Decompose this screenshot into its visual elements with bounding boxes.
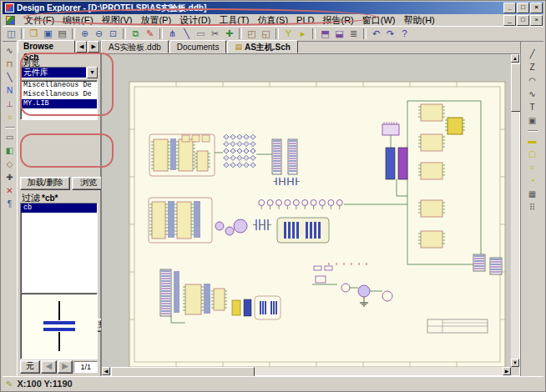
- cut-icon[interactable]: ✂: [208, 28, 222, 40]
- draw-round-rect-icon[interactable]: ▢: [526, 148, 539, 160]
- list-icon[interactable]: ≣: [346, 28, 361, 40]
- notebook-icon[interactable]: ⬓: [332, 28, 346, 40]
- menu-item[interactable]: 文件(F): [20, 14, 58, 26]
- power-port-icon[interactable]: ⟂: [3, 98, 17, 110]
- menu-item[interactable]: 仿真(S): [253, 14, 292, 26]
- mdi-minimize-button[interactable]: _: [503, 15, 516, 26]
- title-bar[interactable]: Design Explorer - [D:\PROTELSP\AS实验板.ddb…: [3, 2, 543, 14]
- line-tool-icon[interactable]: ╲: [179, 28, 194, 40]
- menu-item[interactable]: 放置(P): [136, 14, 175, 26]
- draw-graph-icon[interactable]: ▦: [526, 188, 539, 200]
- panel-tab-scroll-left[interactable]: ◀: [76, 41, 88, 53]
- window-restore-button[interactable]: □: [517, 3, 529, 13]
- vertical-scrollbar[interactable]: ▲ ▼: [511, 54, 519, 367]
- select-area-icon[interactable]: ▭: [194, 28, 208, 40]
- list-item[interactable]: Miscellaneous De: [21, 81, 97, 90]
- chevron-down-icon[interactable]: ▼: [87, 67, 98, 78]
- toolbar-separator: [528, 130, 538, 132]
- run-simulation-icon[interactable]: ▸: [296, 28, 310, 40]
- list-item[interactable]: Miscellaneous De: [21, 90, 97, 99]
- zoom-area-icon[interactable]: ⊡: [106, 28, 120, 40]
- wiring-tools-icon[interactable]: ⋔: [165, 28, 179, 40]
- junction-icon[interactable]: ✚: [3, 171, 17, 183]
- mdi-close-button[interactable]: ×: [530, 15, 543, 26]
- library-list[interactable]: Miscellaneous DeMiscellaneous DeMY.LIB: [20, 80, 98, 120]
- move-icon[interactable]: ✚: [222, 28, 236, 40]
- menu-item[interactable]: 窗口(W): [358, 14, 400, 26]
- window-close-button[interactable]: ×: [530, 3, 543, 13]
- port-icon[interactable]: ◇: [3, 158, 17, 170]
- draw-ellipse-icon[interactable]: ○: [526, 161, 539, 173]
- prev-part-button[interactable]: ◀: [41, 360, 57, 374]
- document-tab[interactable]: ▤AS主机.Sch: [227, 40, 298, 53]
- part-mode-button[interactable]: 元: [20, 360, 40, 374]
- explorer-toggle-icon[interactable]: ◫: [4, 28, 18, 40]
- draw-text-icon[interactable]: T: [526, 101, 539, 113]
- menu-item[interactable]: PLD: [292, 14, 318, 26]
- sheet-entry-icon[interactable]: ◧: [3, 144, 17, 157]
- menu-item[interactable]: 帮助(H): [399, 14, 438, 26]
- net-label-icon[interactable]: N: [3, 84, 17, 97]
- redo-icon[interactable]: ↷: [383, 28, 397, 40]
- tab-browse-sch[interactable]: Browse Sch: [18, 40, 75, 53]
- draw-pie-icon[interactable]: ◔: [526, 174, 539, 187]
- scroll-up-icon[interactable]: ▲: [511, 54, 519, 63]
- draw-arc-icon[interactable]: ◠: [526, 74, 539, 87]
- toolbar-separator: [21, 28, 24, 39]
- zoom-in-icon[interactable]: ⊕: [78, 28, 92, 40]
- print-icon[interactable]: ▤: [55, 28, 69, 40]
- save-icon[interactable]: ▣: [41, 28, 55, 40]
- probe-icon[interactable]: Y: [281, 28, 296, 40]
- window-minimize-button[interactable]: _: [503, 3, 516, 13]
- list-item[interactable]: MY.LIB: [21, 99, 97, 108]
- add-remove-library-button[interactable]: 加载/删除: [20, 177, 70, 190]
- browse-components-icon[interactable]: ⧉: [129, 28, 143, 40]
- capacitor-symbol: [23, 297, 95, 355]
- menu-item[interactable]: 设计(D): [175, 14, 215, 26]
- zoom-out-icon[interactable]: ⊖: [92, 28, 106, 40]
- list-item[interactable]: cb: [21, 204, 97, 213]
- book-icon[interactable]: ⬒: [318, 28, 332, 40]
- document-tabs: AS实验板.ddbDocuments▤AS主机.Sch: [101, 41, 520, 54]
- library-icon[interactable]: ◰: [245, 28, 259, 40]
- sheet-symbol-icon[interactable]: ▭: [3, 131, 17, 143]
- part-icon[interactable]: ○: [3, 111, 17, 123]
- library-open-icon[interactable]: ◱: [259, 28, 273, 40]
- menu-item[interactable]: 编辑(E): [58, 14, 98, 26]
- schematic-canvas[interactable]: [102, 54, 518, 372]
- status-bar: ✎ X:100 Y:1190: [3, 376, 543, 390]
- browse-library-button[interactable]: 浏览: [72, 177, 105, 190]
- draw-rectangle-icon[interactable]: ▬: [526, 134, 539, 147]
- panel-tab-scroll-right[interactable]: ▶: [88, 41, 99, 53]
- help-icon[interactable]: ?: [397, 28, 412, 40]
- array-paste-icon[interactable]: ⠿: [526, 201, 539, 214]
- undo-icon[interactable]: ↶: [369, 28, 383, 40]
- wire-tool-icon[interactable]: ∿: [3, 44, 17, 57]
- edit-pencil-icon[interactable]: ✎: [143, 28, 157, 40]
- menu-item[interactable]: 视图(V): [98, 14, 137, 26]
- scroll-left-icon[interactable]: ◀: [102, 367, 110, 375]
- toolbar-separator: [276, 28, 279, 39]
- directive-icon[interactable]: ¶: [3, 198, 17, 210]
- paste-icon[interactable]: ▣: [526, 114, 539, 127]
- bus-tool-icon[interactable]: ⊓: [3, 58, 17, 70]
- document-tab[interactable]: Documents: [169, 40, 227, 53]
- horizontal-scrollbar[interactable]: ◀ ▶: [102, 367, 511, 375]
- draw-polyline-icon[interactable]: Z: [526, 61, 539, 73]
- menu-bar: 文件(F)编辑(E)视图(V)放置(P)设计(D)工具(T)仿真(S)PLD报告…: [3, 14, 543, 26]
- open-document-icon[interactable]: ❒: [27, 28, 41, 40]
- filter-input[interactable]: *cb*: [42, 193, 58, 203]
- document-tab[interactable]: AS实验板.ddb: [101, 40, 169, 53]
- browse-mode-dropdown[interactable]: 元件库 ▼: [20, 67, 98, 78]
- draw-bezier-icon[interactable]: ∿: [526, 88, 539, 100]
- next-part-button[interactable]: ▶: [58, 360, 73, 374]
- menu-item[interactable]: 报告(R): [318, 14, 357, 26]
- bus-entry-icon[interactable]: ╲: [3, 71, 17, 83]
- mdi-restore-button[interactable]: □: [517, 15, 529, 26]
- no-erc-icon[interactable]: ✕: [3, 184, 17, 197]
- toolbar-separator: [5, 127, 15, 128]
- draw-line-icon[interactable]: ╱: [526, 48, 539, 60]
- scroll-down-icon[interactable]: ▼: [511, 359, 519, 367]
- scroll-right-icon[interactable]: ▶: [503, 367, 511, 375]
- menu-item[interactable]: 工具(T): [215, 14, 253, 26]
